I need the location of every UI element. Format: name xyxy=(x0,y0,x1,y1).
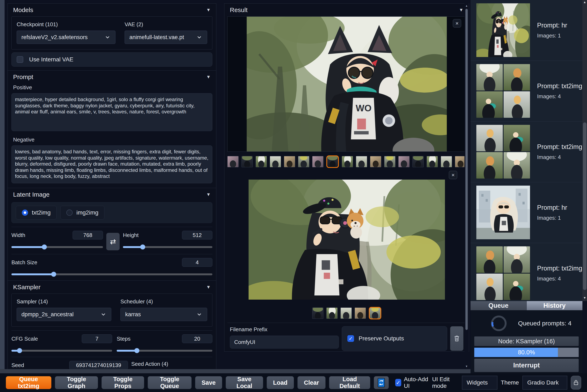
load-default-button[interactable]: Load Default xyxy=(329,376,370,389)
txt2img-radio[interactable]: txt2img xyxy=(16,206,56,220)
save-button[interactable]: Save xyxy=(195,376,222,389)
height-value[interactable]: 512 xyxy=(182,231,212,240)
gallery-thumbnail[interactable] xyxy=(298,156,309,167)
left-scrollbar[interactable] xyxy=(0,0,4,369)
sampler-select[interactable]: dpmpp_2s_ancestral xyxy=(17,308,111,321)
lock-button[interactable] xyxy=(571,376,581,390)
collapse-icon[interactable]: ▼ xyxy=(206,192,211,197)
refresh-button[interactable] xyxy=(374,376,389,389)
history-thumbnail[interactable] xyxy=(476,3,530,57)
auto-add-ui-label: Auto-Add UI xyxy=(404,376,429,389)
checkpoint-select[interactable]: refslaveV2_v2.safetensors xyxy=(17,30,115,44)
history-scrollbar[interactable]: ▲ ▼ xyxy=(583,0,587,301)
scrollbar-thumb[interactable] xyxy=(465,9,468,330)
scheduler-select[interactable]: karras xyxy=(120,308,207,321)
cfg-scale-slider[interactable] xyxy=(11,348,112,353)
negative-prompt-input[interactable]: lowres, bad anatomy, bad hands, text, er… xyxy=(11,146,212,183)
gallery-thumbnail[interactable] xyxy=(241,156,253,167)
result-gallery-2[interactable] xyxy=(224,305,469,322)
toggle-queue-button[interactable]: Toggle Queue xyxy=(148,376,192,389)
ui-edit-mode-select[interactable]: Widgets xyxy=(462,376,497,390)
gallery-thumbnail[interactable] xyxy=(227,156,239,167)
cfg-scale-value[interactable]: 7 xyxy=(82,334,112,343)
positive-prompt-input[interactable]: masterpiece, hyper detailed background, … xyxy=(11,93,212,131)
radio-selected-icon xyxy=(22,210,28,216)
collapse-icon[interactable]: ▼ xyxy=(459,7,464,13)
clear-button[interactable]: Clear xyxy=(297,376,326,389)
gallery-thumbnail[interactable] xyxy=(370,156,381,167)
height-label: Height xyxy=(123,232,138,238)
seed-value[interactable]: 693741274019139 xyxy=(69,361,128,369)
width-value[interactable]: 768 xyxy=(73,231,103,240)
history-thumbnail-grid[interactable] xyxy=(476,246,530,300)
steps-value[interactable]: 20 xyxy=(182,334,212,343)
result-gallery-1[interactable] xyxy=(224,153,469,170)
gallery-thumbnail[interactable] xyxy=(356,156,367,167)
ui-edit-mode-label: UI Edit mode xyxy=(432,376,458,389)
batch-size-slider[interactable] xyxy=(11,272,212,277)
history-thumbnail-grid[interactable] xyxy=(476,125,530,178)
height-slider[interactable] xyxy=(123,244,212,250)
history-item[interactable]: Prompt: hr Images: 1 xyxy=(471,182,583,243)
preserve-outputs-checkbox[interactable]: ✓ xyxy=(347,335,354,342)
seed-label: Seed xyxy=(11,362,24,368)
scroll-down-icon[interactable]: ▼ xyxy=(465,365,469,368)
gallery-thumbnail[interactable] xyxy=(312,308,323,319)
img2img-radio[interactable]: img2img xyxy=(60,206,104,220)
vae-select[interactable]: animefull-latest.vae.pt xyxy=(125,30,207,44)
gallery-thumbnail-selected[interactable] xyxy=(326,156,339,168)
tab-queue[interactable]: Queue xyxy=(471,301,527,310)
gallery-thumbnail[interactable] xyxy=(312,156,323,167)
history-item[interactable]: Prompt: txt2img Images: 4 xyxy=(471,243,583,301)
close-icon[interactable]: × xyxy=(449,171,457,179)
load-button[interactable]: Load xyxy=(267,376,294,389)
history-item[interactable]: Prompt: txt2img Images: 4 xyxy=(471,122,583,182)
gallery-thumbnail[interactable] xyxy=(256,156,267,167)
filename-prefix-input[interactable] xyxy=(230,336,339,348)
batch-size-value[interactable]: 4 xyxy=(182,258,212,267)
width-slider[interactable] xyxy=(11,244,103,250)
scroll-up-icon[interactable]: ▲ xyxy=(583,0,587,4)
gallery-thumbnail[interactable] xyxy=(355,308,366,319)
swap-dimensions-button[interactable]: ⇄ xyxy=(106,233,120,250)
scroll-up-icon[interactable]: ▲ xyxy=(465,4,469,7)
spinner-icon xyxy=(491,315,507,332)
gallery-thumbnail[interactable] xyxy=(342,156,353,167)
gallery-thumbnail[interactable] xyxy=(427,156,438,167)
history-item[interactable]: Prompt: hr Images: 1 xyxy=(471,0,583,61)
toggle-graph-button[interactable]: Toggle Graph xyxy=(55,376,98,389)
gallery-thumbnail[interactable] xyxy=(398,156,410,167)
use-internal-vae-checkbox[interactable] xyxy=(17,56,23,63)
close-icon[interactable]: × xyxy=(453,19,461,28)
use-internal-vae-row[interactable]: Use Internal VAE xyxy=(11,52,212,66)
gallery-thumbnail[interactable] xyxy=(441,156,452,167)
save-local-button[interactable]: Save Local xyxy=(226,376,263,389)
gallery-thumbnail[interactable] xyxy=(341,308,352,319)
scroll-down-icon[interactable]: ▼ xyxy=(583,296,587,300)
steps-slider[interactable] xyxy=(117,348,212,353)
preserve-outputs-row[interactable]: ✓ Preserve Outputs xyxy=(342,326,447,351)
delete-outputs-button[interactable] xyxy=(450,326,464,351)
gallery-thumbnail[interactable] xyxy=(326,308,338,319)
gallery-thumbnail-selected[interactable] xyxy=(369,307,381,320)
theme-select[interactable]: Gradio Dark xyxy=(523,376,567,390)
auto-add-ui-checkbox[interactable]: ✓ xyxy=(395,379,401,386)
toggle-props-button[interactable]: Toggle Props xyxy=(101,376,144,389)
gallery-thumbnail[interactable] xyxy=(270,156,281,167)
result-image-1[interactable] xyxy=(247,17,447,152)
gallery-thumbnail[interactable] xyxy=(413,156,424,167)
tab-history[interactable]: History xyxy=(527,301,583,310)
gallery-thumbnail[interactable] xyxy=(284,156,295,167)
gallery-thumbnail[interactable] xyxy=(384,156,395,167)
queue-txt2img-button[interactable]: Queue txt2img xyxy=(6,376,51,389)
interrupt-button[interactable]: Interrupt xyxy=(474,359,579,372)
collapse-icon[interactable]: ▼ xyxy=(206,284,211,290)
collapse-icon[interactable]: ▼ xyxy=(206,74,211,80)
scrollbar-thumb[interactable] xyxy=(583,122,587,290)
collapse-icon[interactable]: ▼ xyxy=(206,7,211,13)
result-image-2[interactable] xyxy=(249,180,445,300)
history-thumbnail-grid[interactable] xyxy=(476,64,530,118)
history-thumbnail[interactable] xyxy=(476,186,530,239)
result-scrollbar[interactable]: ▲ ▼ xyxy=(465,3,469,369)
history-item[interactable]: Prompt: txt2img Images: 4 xyxy=(471,61,583,122)
